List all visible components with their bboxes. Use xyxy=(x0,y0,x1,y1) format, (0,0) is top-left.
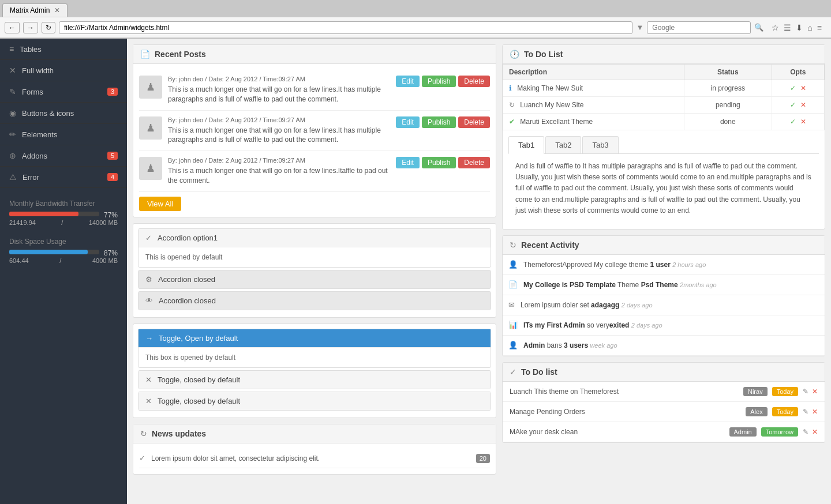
edit-button[interactable]: Edit xyxy=(396,116,420,128)
news-body: ✓ Lorem ipsum dolor sit amet, consectetu… xyxy=(133,443,496,474)
accordion-body: ✓ Accordion option1 This is opened by de… xyxy=(133,224,496,317)
check-circle-icon: ✔ xyxy=(509,118,515,126)
eelements-icon: ✏ xyxy=(9,130,16,139)
tag-user: Nirav xyxy=(743,387,768,396)
publish-button[interactable]: Publish xyxy=(422,157,456,168)
toggle-header-3[interactable]: ✕ Toggle, closed by default xyxy=(138,392,491,410)
activity-text: Lorem ipsum doler set adagagg 2 days ago xyxy=(521,300,653,310)
address-input[interactable] xyxy=(59,21,632,34)
post-actions: Edit Publish Delete xyxy=(396,76,490,87)
delete-action[interactable]: ✕ xyxy=(800,118,806,126)
accordion-header-2[interactable]: ⚙ Accordion closed xyxy=(138,270,491,288)
error-icon: ⚠ xyxy=(9,172,17,182)
menu-icon[interactable]: ≡ xyxy=(817,23,822,32)
sidebar-item-forms[interactable]: ✎ Forms 3 xyxy=(0,81,127,103)
sidebar-item-error[interactable]: ⚠ Error 4 xyxy=(0,167,127,188)
toggle-item-3: ✕ Toggle, closed by default xyxy=(138,392,491,411)
edit-button[interactable]: Edit xyxy=(396,76,420,87)
delete-icon[interactable]: ✕ xyxy=(812,408,818,416)
star-icon[interactable]: ☆ xyxy=(772,23,779,32)
disk-bar xyxy=(9,250,88,254)
tab-content: And is full of waffle to It has multiple… xyxy=(508,154,819,223)
recent-posts-header: 📄 Recent Posts xyxy=(133,45,496,64)
tag-date: Today xyxy=(772,387,798,396)
post-meta: By: john deo / Date: 2 Aug 2012 / Time:0… xyxy=(168,76,390,82)
download-icon[interactable]: ⬇ xyxy=(796,23,803,32)
delete-button[interactable]: Delete xyxy=(458,76,490,87)
check-action[interactable]: ✓ xyxy=(790,101,796,109)
tab-1[interactable]: Tab1 xyxy=(508,136,544,154)
todo-list-body: Description Status Opts ℹ Making The New… xyxy=(503,64,825,130)
news-icon: ✓ xyxy=(139,454,145,462)
publish-button[interactable]: Publish xyxy=(422,76,456,87)
edit-icon[interactable]: ✎ xyxy=(803,428,808,436)
back-button[interactable]: ← xyxy=(5,22,20,33)
todo-opts: ✓ ✕ xyxy=(772,80,824,97)
sidebar-item-eelements[interactable]: ✏ Eelements xyxy=(0,124,127,145)
todo-opts: ✓ ✕ xyxy=(772,97,824,114)
check-action[interactable]: ✓ xyxy=(790,118,796,126)
delete-button[interactable]: Delete xyxy=(458,157,490,168)
accordion-header-3[interactable]: 👁 Accordion closed xyxy=(138,292,491,310)
post-text: This is a much longer one that will go o… xyxy=(168,126,390,145)
table-row: ℹ Making The New Suit in progress ✓ ✕ xyxy=(503,80,825,97)
toggle-header-2[interactable]: ✕ Toggle, closed by default xyxy=(138,371,491,389)
post-text: This is a much longer one that will go o… xyxy=(168,85,390,104)
col-opts: Opts xyxy=(772,65,824,80)
delete-action[interactable]: ✕ xyxy=(800,101,806,109)
delete-action[interactable]: ✕ xyxy=(800,84,806,92)
accordion-content-1: This is opened by default xyxy=(138,247,491,267)
tab-2[interactable]: Tab2 xyxy=(545,136,581,153)
toggle-header-1[interactable]: → Toggle, Open by default xyxy=(138,329,491,347)
todo-bottom-title: To Do list xyxy=(521,367,557,377)
addons-icon: ⊕ xyxy=(9,151,16,160)
news-widget: ↻ News updates ✓ Lorem ipsum dolor sit a… xyxy=(133,424,496,475)
todo-table: Description Status Opts ℹ Making The New… xyxy=(503,64,825,130)
search-input[interactable] xyxy=(647,21,751,34)
refresh-button[interactable]: ↻ xyxy=(42,22,55,33)
right-column: 🕐 To Do List Description Status Opts xyxy=(502,44,825,498)
post-content: By: john deo / Date: 2 Aug 2012 / Time:0… xyxy=(168,76,390,104)
delete-icon[interactable]: ✕ xyxy=(812,388,818,396)
delete-button[interactable]: Delete xyxy=(458,116,490,128)
check-action[interactable]: ✓ xyxy=(790,84,796,92)
publish-button[interactable]: Publish xyxy=(422,116,456,128)
post-content: By: john deo / Date: 2 Aug 2012 / Time:0… xyxy=(168,116,390,145)
reader-icon[interactable]: ☰ xyxy=(784,23,791,32)
sidebar-item-addons[interactable]: ⊕ Addons 5 xyxy=(0,145,127,167)
edit-icon[interactable]: ✎ xyxy=(803,388,808,396)
sidebar-item-tables[interactable]: ≡ Tables xyxy=(0,39,127,60)
home-icon[interactable]: ⌂ xyxy=(807,23,812,32)
search-icon[interactable]: 🔍 xyxy=(754,23,763,32)
sidebar-item-label: Eelements xyxy=(22,130,57,139)
eye-icon: 👁 xyxy=(145,296,153,305)
post-content: By: john deo / Date: 2 Aug 2012 / Time:0… xyxy=(168,157,390,186)
todo-row-text: Luanch This theme on Themeforest xyxy=(510,388,739,396)
browser-tab[interactable]: Matrix Admin ✕ xyxy=(2,3,68,17)
post-item: ♟ By: john deo / Date: 2 Aug 2012 / Time… xyxy=(139,111,490,152)
delete-icon[interactable]: ✕ xyxy=(812,428,818,436)
table-row: ✔ Maruti Excellant Theme done ✓ ✕ xyxy=(503,114,825,130)
chart-icon: 📊 xyxy=(508,321,518,329)
bandwidth-pct: 77% xyxy=(104,211,118,219)
tab-close-btn[interactable]: ✕ xyxy=(54,6,60,14)
tab-3[interactable]: Tab3 xyxy=(582,136,618,153)
toggle-content-1: This box is opened by default xyxy=(138,347,491,367)
refresh-activity-icon: ↻ xyxy=(510,240,516,250)
edit-icon[interactable]: ✎ xyxy=(803,408,808,416)
view-all-button[interactable]: View All xyxy=(139,197,181,211)
accordion-header-1[interactable]: ✓ Accordion option1 xyxy=(138,229,491,247)
todo-list-widget: 🕐 To Do List Description Status Opts xyxy=(502,44,825,230)
arrow-icon: → xyxy=(145,334,153,343)
check-icon: ✓ xyxy=(145,234,152,242)
mail-icon: ✉ xyxy=(508,300,515,309)
x-icon: ✕ xyxy=(145,375,152,384)
edit-button[interactable]: Edit xyxy=(396,157,420,168)
sidebar-item-full-width[interactable]: ✕ Full width xyxy=(0,60,127,81)
forward-button[interactable]: → xyxy=(23,22,38,33)
sidebar-item-label: Addons xyxy=(22,152,47,160)
post-avatar: ♟ xyxy=(139,157,162,180)
sidebar-item-buttons-icons[interactable]: ◉ Buttons & icons xyxy=(0,103,127,124)
user-icon: 👤 xyxy=(508,341,518,349)
tab-bar: Tab1 Tab2 Tab3 xyxy=(508,136,819,154)
